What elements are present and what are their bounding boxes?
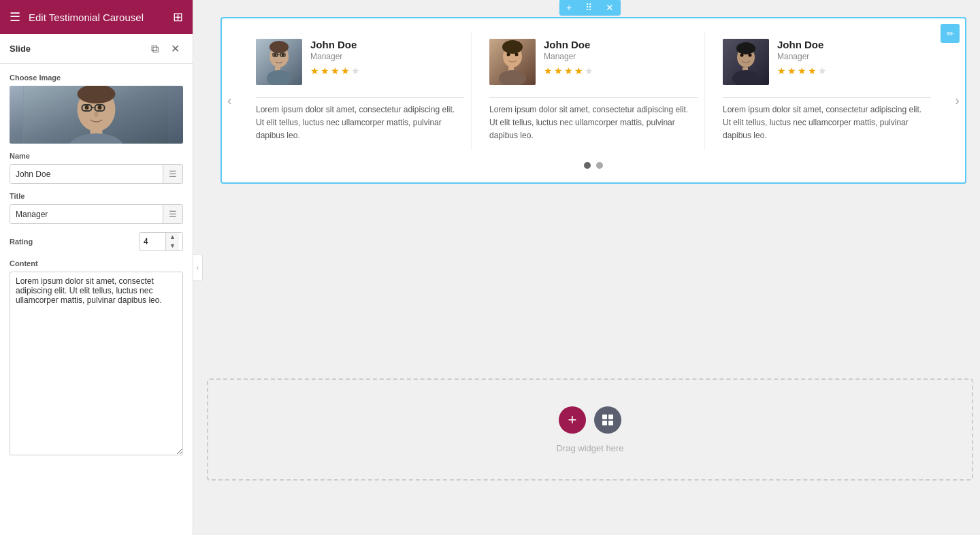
card-1-stars: ★ ★ ★ ★ ★ — [310, 65, 464, 76]
card-3-info: John Doe Manager ★ ★ ★ ★ ★ — [777, 39, 931, 76]
card2-star-4: ★ — [574, 65, 583, 76]
card-2-top: John Doe Manager ★ ★ ★ ★ ★ — [489, 39, 698, 85]
card-3-avatar — [723, 39, 769, 85]
copy-slide-button[interactable]: ⧉ — [148, 42, 162, 56]
content-textarea[interactable]: Lorem ipsum dolor sit amet, consectet ad… — [10, 272, 183, 455]
name-input-wrap: ☰ — [10, 164, 183, 184]
card-1-avatar — [256, 39, 302, 85]
card-2-stars: ★ ★ ★ ★ ★ — [544, 65, 698, 76]
grid-icon[interactable]: ⊞ — [173, 10, 183, 25]
svg-point-21 — [274, 54, 277, 56]
card-2-info: John Doe Manager ★ ★ ★ ★ ★ — [544, 39, 698, 76]
star-4: ★ — [341, 65, 350, 76]
card-1-title: Manager — [310, 52, 464, 61]
carousel-container: + ⠿ ✕ ✏ ‹ › — [207, 10, 973, 255]
card-2-title: Manager — [544, 52, 698, 61]
testimonial-card-1: John Doe Manager ★ ★ ★ ★ ★ Lore — [249, 32, 472, 150]
rating-row: Rating ▲ ▼ — [10, 232, 183, 251]
add-widget-button[interactable]: + — [559, 406, 586, 434]
svg-point-36 — [736, 42, 755, 54]
testimonial-card-2: John Doe Manager ★ ★ ★ ★ ★ Lore — [483, 32, 705, 150]
rating-input-wrap: ▲ ▼ — [139, 232, 183, 251]
card-1-name: John Doe — [310, 39, 464, 50]
svg-point-22 — [282, 54, 284, 56]
sidebar-avatar-image — [10, 86, 183, 144]
content-label: Content — [10, 259, 183, 268]
hamburger-icon[interactable]: ☰ — [10, 10, 20, 25]
svg-rect-44 — [608, 421, 613, 425]
toolbar-add-button[interactable]: + — [559, 0, 578, 16]
toolbar-close-button[interactable]: ✕ — [599, 0, 621, 16]
left-panel: ☰ Edit Testimonial Carousel ⊞ Slide ⧉ ✕ … — [0, 0, 193, 535]
carousel-next-button[interactable]: › — [955, 93, 960, 108]
name-field-icon[interactable]: ☰ — [163, 165, 182, 183]
collapse-handle[interactable]: ‹ — [193, 254, 203, 281]
title-field-row: Title ☰ — [10, 192, 183, 224]
star-2: ★ — [321, 65, 329, 76]
carousel-dot-1[interactable] — [584, 162, 591, 169]
panel-title: Edit Testimonial Carousel — [29, 12, 165, 23]
card-1-info: John Doe Manager ★ ★ ★ ★ ★ — [310, 39, 464, 76]
title-input-wrap: ☰ — [10, 204, 183, 224]
card3-star-2: ★ — [787, 65, 796, 76]
content-field-row: Content Lorem ipsum dolor sit amet, cons… — [10, 259, 183, 458]
card3-star-5: ★ — [818, 65, 827, 76]
rating-input[interactable] — [140, 233, 165, 250]
testimonial-card-3: John Doe Manager ★ ★ ★ ★ ★ Lore — [716, 32, 938, 150]
name-label: Name — [10, 152, 183, 160]
card3-star-4: ★ — [808, 65, 817, 76]
star-1: ★ — [310, 65, 319, 76]
card-2-content: Lorem ipsum dolor sit amet, consectetur … — [489, 103, 698, 143]
svg-point-7 — [85, 106, 89, 110]
svg-rect-41 — [602, 415, 607, 419]
svg-rect-42 — [608, 415, 613, 419]
card-1-divider — [256, 97, 464, 98]
widget-toolbar: + ⠿ ✕ — [559, 0, 621, 16]
name-field-row: Name ☰ — [10, 152, 183, 184]
svg-point-29 — [507, 53, 510, 56]
panel-header: Slide ⧉ ✕ — [0, 34, 193, 64]
card-3-name: John Doe — [777, 39, 931, 50]
card-3-divider — [723, 97, 931, 98]
close-slide-button[interactable]: ✕ — [167, 41, 183, 56]
card-3-content: Lorem ipsum dolor sit amet, consectetur … — [723, 103, 931, 143]
card3-star-1: ★ — [777, 65, 786, 76]
card-2-avatar — [489, 39, 536, 85]
rating-decrement-button[interactable]: ▼ — [166, 242, 179, 250]
star-5: ★ — [351, 65, 360, 76]
star-3: ★ — [331, 65, 340, 76]
card-3-stars: ★ ★ ★ ★ ★ — [777, 65, 931, 76]
svg-point-30 — [515, 53, 519, 56]
widget-button[interactable] — [594, 406, 621, 434]
card-1-content: Lorem ipsum dolor sit amet, consectetur … — [256, 103, 464, 143]
drop-zone-buttons: + — [559, 406, 621, 434]
card2-star-5: ★ — [585, 65, 593, 76]
choose-image-section: Choose Image — [10, 74, 183, 144]
card-2-name: John Doe — [544, 39, 698, 50]
svg-point-8 — [98, 106, 102, 110]
card-3-top: John Doe Manager ★ ★ ★ ★ ★ — [723, 39, 931, 85]
title-field-icon[interactable]: ☰ — [163, 205, 182, 223]
card2-star-1: ★ — [544, 65, 553, 76]
top-bar: ☰ Edit Testimonial Carousel ⊞ — [0, 0, 193, 34]
name-input[interactable] — [10, 165, 163, 183]
toolbar-move-button[interactable]: ⠿ — [578, 0, 599, 16]
title-input[interactable] — [10, 206, 163, 223]
carousel-prev-button[interactable]: ‹ — [227, 93, 232, 108]
panel-body: Choose Image — [0, 64, 193, 535]
card-1-top: John Doe Manager ★ ★ ★ ★ ★ — [256, 39, 464, 85]
rating-increment-button[interactable]: ▲ — [166, 233, 179, 242]
slide-tab-label[interactable]: Slide — [10, 44, 142, 54]
main-area: ‹ + ⠿ ✕ ✏ ‹ › — [193, 0, 980, 535]
rating-label: Rating — [10, 238, 133, 246]
choose-image-label: Choose Image — [10, 74, 183, 82]
card2-star-3: ★ — [564, 65, 573, 76]
image-preview[interactable] — [10, 86, 183, 144]
carousel-dot-2[interactable] — [596, 162, 603, 169]
carousel-dots — [249, 162, 938, 169]
edit-widget-button[interactable]: ✏ — [941, 24, 960, 43]
drop-zone: + Drag widget here — [207, 378, 973, 481]
rating-spinner: ▲ ▼ — [165, 233, 179, 250]
svg-rect-43 — [602, 421, 607, 425]
svg-point-17 — [270, 41, 289, 53]
